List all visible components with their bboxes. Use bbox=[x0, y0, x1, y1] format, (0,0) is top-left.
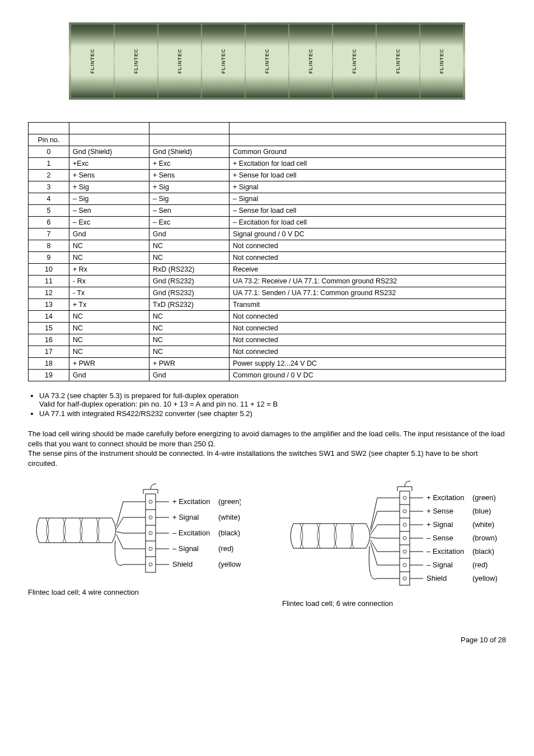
svg-text:+ Excitation: + Excitation bbox=[172, 497, 210, 506]
notes-list: UA 73.2 (see chapter 5.3) is prepared fo… bbox=[28, 391, 506, 418]
diagram-4wire: + Excitation(green)+ Signal(white)– Exci… bbox=[28, 477, 249, 608]
table-row: 9NCNCNot connected bbox=[29, 252, 506, 264]
svg-point-52 bbox=[403, 550, 406, 553]
svg-text:(red): (red) bbox=[218, 544, 233, 553]
caption-6wire: Flintec load cell; 6 wire connection bbox=[282, 599, 506, 608]
svg-text:(yellow): (yellow) bbox=[218, 560, 241, 568]
svg-text:– Sense: – Sense bbox=[427, 534, 453, 542]
svg-point-48 bbox=[403, 536, 406, 540]
svg-point-56 bbox=[403, 563, 406, 567]
svg-point-36 bbox=[403, 496, 406, 500]
svg-text:(white): (white) bbox=[472, 520, 494, 529]
table-row: 7GndGndSignal ground / 0 V DC bbox=[29, 228, 506, 240]
svg-rect-0 bbox=[146, 494, 156, 572]
table-row: 16NCNCNot connected bbox=[29, 334, 506, 346]
diagram-6wire: + Excitation(green)+ Sense(blue)+ Signal… bbox=[282, 477, 506, 608]
pin-header: Pin no. bbox=[29, 134, 69, 146]
svg-text:– Signal: – Signal bbox=[172, 544, 199, 553]
svg-text:– Signal: – Signal bbox=[427, 561, 453, 569]
page-footer: Page 10 of 28 bbox=[28, 636, 506, 644]
svg-text:Shield: Shield bbox=[427, 574, 447, 582]
svg-text:(green): (green) bbox=[218, 497, 241, 506]
svg-point-25 bbox=[149, 563, 152, 566]
svg-text:(black): (black) bbox=[218, 529, 240, 537]
table-row: 8NCNCNot connected bbox=[29, 240, 506, 252]
table-row: 12- TxGnd (RS232)UA 77.1: Senden / UA 77… bbox=[29, 287, 506, 299]
svg-point-12 bbox=[149, 516, 152, 519]
svg-text:– Excitation: – Excitation bbox=[427, 547, 464, 556]
svg-point-61 bbox=[403, 577, 406, 580]
svg-rect-26 bbox=[400, 491, 410, 585]
table-row: 19GndGndCommon ground / 0 V DC bbox=[29, 370, 506, 381]
table-row: 3+ Sig+ Sig+ Signal bbox=[29, 181, 506, 193]
table-row: 14NCNCNot connected bbox=[29, 311, 506, 323]
table-row: 13+ TxTxD (RS232)Transmit bbox=[29, 299, 506, 311]
svg-text:(blue): (blue) bbox=[472, 507, 491, 515]
caption-4wire: Flintec load cell; 4 wire connection bbox=[28, 588, 249, 596]
table-row: 10+ RxRxD (RS232)Receive bbox=[29, 264, 506, 276]
table-row: 0Gnd (Shield)Gnd (Shield)Common Ground bbox=[29, 146, 506, 158]
table-row: 1+Exc+ Exc+ Excitation for load cell bbox=[29, 158, 506, 170]
svg-text:(black): (black) bbox=[472, 547, 494, 556]
table-row: 17NCNCNot connected bbox=[29, 346, 506, 358]
svg-text:+ Signal: + Signal bbox=[172, 513, 199, 521]
svg-text:(yellow): (yellow) bbox=[472, 574, 498, 582]
svg-point-8 bbox=[149, 500, 152, 503]
svg-text:(green): (green) bbox=[472, 493, 496, 502]
pin-table: Pin no. 0Gnd (Shield)Gnd (Shield)Common … bbox=[28, 122, 506, 381]
product-photo bbox=[69, 22, 465, 100]
svg-text:(red): (red) bbox=[472, 561, 488, 569]
svg-text:– Excitation: – Excitation bbox=[172, 529, 210, 537]
svg-text:Shield: Shield bbox=[172, 560, 193, 568]
table-row: 2+ Sens+ Sens+ Sense for load cell bbox=[29, 170, 506, 181]
svg-text:+ Sense: + Sense bbox=[427, 507, 453, 515]
note-1: UA 73.2 (see chapter 5.3) is prepared fo… bbox=[39, 391, 506, 408]
svg-text:+ Signal: + Signal bbox=[427, 520, 453, 529]
table-row: 5– Sen– Sen– Sense for load cell bbox=[29, 205, 506, 217]
table-row: 11- RxGnd (RS232)UA 73.2: Receive / UA 7… bbox=[29, 276, 506, 287]
table-row: 4– Sig– Sig– Signal bbox=[29, 193, 506, 205]
table-row: 15NCNCNot connected bbox=[29, 323, 506, 334]
svg-text:(white): (white) bbox=[218, 513, 240, 521]
svg-point-20 bbox=[149, 547, 152, 550]
svg-point-44 bbox=[403, 523, 406, 526]
svg-point-40 bbox=[403, 510, 406, 513]
wiring-paragraph: The load cell wiring should be made care… bbox=[28, 429, 506, 468]
svg-point-16 bbox=[149, 531, 152, 535]
table-row: 18+ PWR+ PWRPower supply 12...24 V DC bbox=[29, 358, 506, 370]
svg-text:+ Excitation: + Excitation bbox=[427, 493, 465, 502]
note-2: UA 77.1 with integrated RS422/RS232 conv… bbox=[39, 409, 506, 418]
table-row: 6– Exc– Exc– Excitation for load cell bbox=[29, 217, 506, 228]
svg-text:(brown): (brown) bbox=[472, 534, 497, 542]
